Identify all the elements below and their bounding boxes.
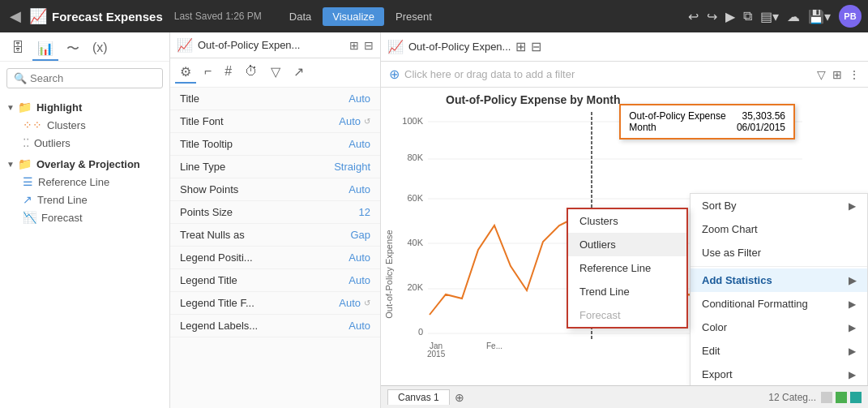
add-filter-icon[interactable]: ⊕ — [389, 67, 400, 82]
prop-label-pointssize: Points Size — [180, 206, 233, 218]
bottom-bar-info: 12 Categ... — [768, 392, 816, 403]
more-icon[interactable]: ⋮ — [849, 68, 860, 81]
tree-item-refline[interactable]: ☰ Reference Line — [0, 173, 169, 191]
back-button[interactable]: ◀ — [6, 7, 24, 25]
prop-tab-settings[interactable]: ⚙ — [175, 62, 196, 84]
context-menu-useasfilter[interactable]: Use as Filter — [691, 241, 867, 264]
clusters-icon: ⁘⁘ — [23, 118, 42, 131]
prop-label-treatasnulls: Treat Nulls as — [180, 229, 245, 241]
prop-value-titlefont[interactable]: Auto ↺ — [339, 115, 370, 127]
prop-value-pointssize[interactable]: 12 — [359, 206, 370, 218]
x-tick-fe: Fe... — [486, 341, 502, 350]
prop-row-legendlabels: Legend Labels... Auto — [170, 315, 380, 337]
prop-tab-l[interactable]: ⌐ — [199, 62, 216, 84]
tree-item-trendline[interactable]: ↗ Trend Line — [0, 191, 169, 208]
prop-row-legendtitlef: Legend Title F... Auto ↺ — [170, 292, 380, 315]
prop-label-legendlabels: Legend Labels... — [180, 320, 258, 332]
prop-tab-filter[interactable]: ▽ — [266, 62, 285, 84]
tree-group-highlight[interactable]: ▼ 📁 Highlight — [0, 98, 169, 116]
context-menu-export[interactable]: Export ▶ — [691, 363, 867, 385]
prop-value-legendtitle[interactable]: Auto — [348, 274, 370, 286]
tree-item-refline-label: Reference Line — [38, 176, 109, 188]
play-button[interactable]: ▶ — [725, 9, 735, 24]
prop-value-showpoints[interactable]: Auto — [348, 183, 370, 195]
submenu-item-forecast[interactable]: Forecast — [568, 303, 686, 327]
grid-view-icon[interactable]: ⊞ — [515, 39, 526, 54]
redo-button[interactable]: ↪ — [707, 9, 717, 24]
context-menu-addstats-arrow: ▶ — [849, 275, 856, 286]
tree-item-outliers[interactable]: ⁚⁚ Outliers — [0, 134, 169, 152]
tree-item-clusters[interactable]: ⁘⁘ Clusters — [0, 116, 169, 134]
chart-title: Out-of-Policy Expense by Month — [446, 93, 620, 106]
prop-value-legendlabels[interactable]: Auto — [348, 320, 370, 332]
prop-value-linetype[interactable]: Straight — [334, 161, 370, 173]
y-tick-0: 0 — [418, 327, 423, 337]
prop-value-legendtitlef[interactable]: Auto ↺ — [339, 297, 370, 309]
save-button[interactable]: 💾▾ — [808, 9, 831, 24]
tree-group-overlay[interactable]: ▼ 📁 Overlay & Projection — [0, 155, 169, 173]
context-menu-color[interactable]: Color ▶ — [691, 316, 867, 339]
settings-icon[interactable]: ⊞ — [832, 68, 842, 81]
context-menu-zoomchart[interactable]: Zoom Chart — [691, 217, 867, 241]
prop-value-legendpos[interactable]: Auto — [348, 251, 370, 264]
y-tick-100k: 100K — [402, 116, 423, 126]
nav-visualize[interactable]: Visualize — [323, 7, 384, 26]
tree-group-overlay-label: Overlay & Projection — [36, 158, 140, 170]
menu-button[interactable]: ▤▾ — [760, 9, 779, 24]
submenu-item-clusters[interactable]: Clusters — [568, 209, 686, 233]
chart-toolbar: 📈 Out-of-Policy Expen... ⊞ ⊟ — [381, 32, 868, 62]
nav-data[interactable]: Data — [280, 7, 321, 26]
reset-icon2[interactable]: ↺ — [364, 298, 370, 307]
bars-view-icon[interactable]: ⊟ — [531, 39, 541, 54]
chart-tooltip: Out-of-Policy Expense 35,303.56 Month 06… — [619, 104, 795, 140]
tab-chart[interactable]: 📊 — [32, 37, 58, 61]
prop-tab-hash[interactable]: # — [220, 62, 237, 84]
filter-icon[interactable]: ▽ — [817, 68, 826, 81]
nav-present[interactable]: Present — [386, 7, 442, 26]
tab-formula[interactable]: (x) — [88, 37, 113, 61]
prop-value-titletooltip[interactable]: Auto — [348, 138, 370, 150]
chart-tab-title[interactable]: Out-of-Policy Expen... — [408, 41, 511, 53]
context-menu-condformat[interactable]: Conditional Formatting ▶ — [691, 292, 867, 316]
tree-item-forecast-label: Forecast — [41, 212, 83, 224]
prop-tab-time[interactable]: ⏱ — [240, 62, 263, 84]
canvas-tab[interactable]: Canvas 1 — [387, 389, 450, 405]
context-menu-condformat-arrow: ▶ — [849, 298, 856, 310]
submenu-item-trendline[interactable]: Trend Line — [568, 280, 686, 303]
avatar[interactable]: PB — [839, 5, 862, 28]
prop-label-showpoints: Show Points — [180, 183, 238, 195]
prop-label-legendtitle: Legend Title — [180, 274, 237, 286]
tooltip-row2: Month 06/01/2015 — [629, 122, 785, 133]
undo-button[interactable]: ↩ — [688, 9, 699, 24]
context-menu-edit[interactable]: Edit ▶ — [691, 339, 867, 363]
top-actions: ↩ ↪ ▶ ⧉ ▤▾ ☁ 💾▾ PB — [688, 5, 862, 28]
bars-icon[interactable]: ⊟ — [364, 39, 374, 52]
prop-label-linetype: Line Type — [180, 161, 225, 173]
prop-value-treatasnulls[interactable]: Gap — [350, 229, 370, 241]
y-tick-20k: 20K — [407, 282, 423, 292]
search-input[interactable] — [30, 72, 156, 84]
tab-database[interactable]: 🗄 — [6, 37, 29, 61]
tree-item-forecast[interactable]: 📉 Forecast — [0, 208, 169, 226]
search-box[interactable]: 🔍 — [6, 68, 163, 88]
context-menu-addstats[interactable]: Add Statistics ▶ — [691, 268, 867, 292]
share-button[interactable]: ⧉ — [743, 9, 752, 24]
prop-value-title[interactable]: Auto — [348, 92, 370, 105]
submenu-item-refline[interactable]: Reference Line — [568, 256, 686, 280]
middle-panel: 📈 Out-of-Policy Expen... ⊞ ⊟ ⚙ ⌐ # ⏱ ▽ ↗… — [170, 32, 381, 408]
context-menu: Sort By ▶ Zoom Chart Use as Filter Add S… — [690, 193, 868, 385]
context-menu-sortby[interactable]: Sort By ▶ — [691, 194, 867, 217]
add-canvas-button[interactable]: ⊕ — [455, 391, 464, 404]
prop-label-titletooltip: Title Tooltip — [180, 138, 233, 150]
prop-tab-trend[interactable]: ↗ — [289, 62, 309, 84]
bottom-bar: Canvas 1 ⊕ 12 Categ... — [381, 385, 868, 408]
prop-label-titlefont: Title Font — [180, 115, 224, 127]
last-saved: Last Saved 1:26 PM — [174, 11, 262, 22]
submenu-item-outliers[interactable]: Outliers — [568, 233, 686, 256]
right-panel: 📈 Out-of-Policy Expen... ⊞ ⊟ ⊕ Click her… — [381, 32, 868, 408]
filter-bar-text[interactable]: Click here or drag data to add a filter — [404, 68, 812, 80]
cloud-button[interactable]: ☁ — [787, 9, 800, 24]
tab-trend[interactable]: 〜 — [62, 37, 84, 61]
reset-icon[interactable]: ↺ — [364, 117, 370, 126]
grid-icon[interactable]: ⊞ — [349, 39, 359, 52]
